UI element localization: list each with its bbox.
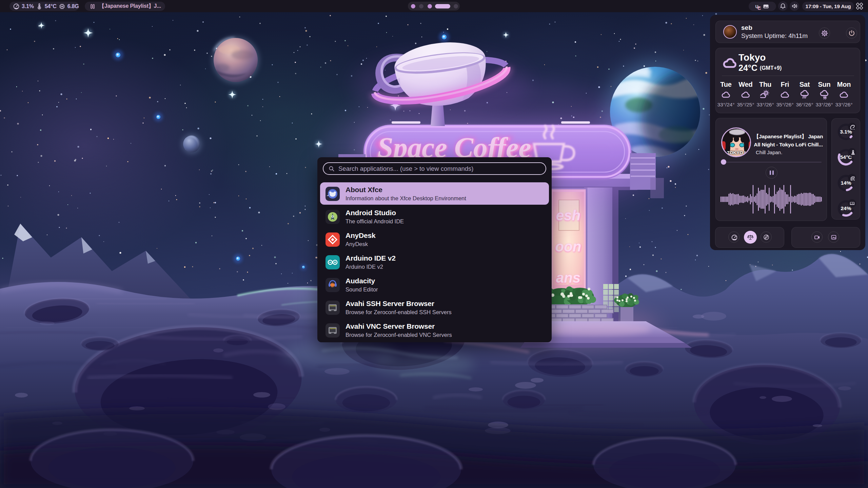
svg-text:oon: oon (555, 239, 581, 255)
svg-text:ans: ans (556, 270, 580, 286)
